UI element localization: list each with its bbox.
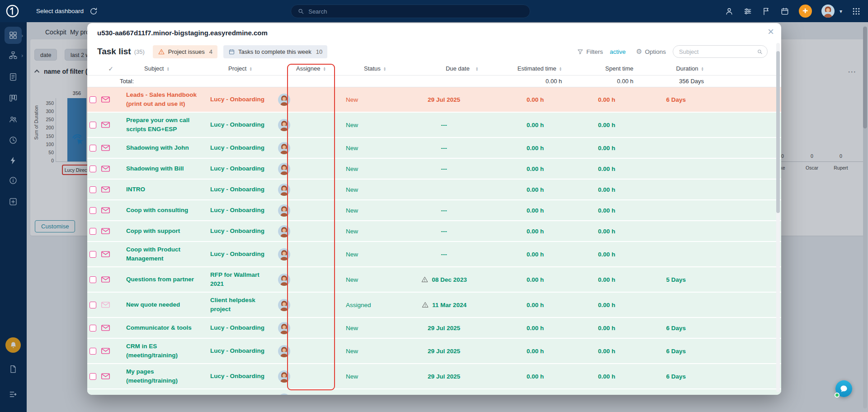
search-icon[interactable]: [757, 48, 763, 55]
assignee-avatar[interactable]: [278, 163, 290, 175]
task-row[interactable]: Coop with Product Management Lucy - Onbo…: [87, 242, 781, 267]
task-subject-link[interactable]: INTRO: [126, 185, 145, 194]
task-project-link[interactable]: Lucy - Onboarding: [210, 185, 264, 194]
sort-icons[interactable]: ▲▼: [476, 66, 478, 71]
options-button[interactable]: ⚙ Options: [636, 47, 666, 56]
assignee-avatar[interactable]: [278, 370, 290, 383]
row-checkbox[interactable]: [90, 373, 96, 380]
task-row[interactable]: Questions from partner RFP for Wallmart …: [87, 267, 781, 293]
row-checkbox[interactable]: [90, 145, 96, 152]
task-project-link[interactable]: Lucy - Onboarding: [210, 206, 264, 215]
task-subject-link[interactable]: Leads - Sales Handbook (print out and us…: [126, 90, 207, 109]
mail-icon[interactable]: [101, 186, 110, 193]
sort-icons[interactable]: ▲▼: [166, 66, 169, 71]
task-project-link[interactable]: Lucy - Onboarding: [210, 323, 264, 332]
task-subject-link[interactable]: Coop with Product Management: [126, 245, 207, 263]
assignee-avatar[interactable]: [278, 94, 290, 106]
mail-icon[interactable]: [101, 302, 110, 308]
task-subject-link[interactable]: CRM in ES (meeting/training): [126, 342, 207, 360]
row-checkbox[interactable]: [90, 166, 96, 172]
assignee-avatar[interactable]: [278, 345, 290, 357]
task-row[interactable]: INTRO Lucy - Onboarding New 0.00 h 0.00 …: [87, 180, 781, 200]
row-checkbox[interactable]: [90, 228, 96, 235]
sliders-icon[interactable]: [743, 7, 752, 16]
mail-icon[interactable]: [101, 228, 110, 234]
task-project-link[interactable]: Lucy - Onboarding: [210, 164, 264, 173]
row-checkbox[interactable]: [90, 251, 96, 258]
task-row[interactable]: Coop with consulting Lucy - Onboarding N…: [87, 200, 781, 221]
task-subject-link[interactable]: My pages (meeting/training): [126, 367, 207, 385]
mail-icon[interactable]: [101, 373, 110, 379]
assignee-avatar[interactable]: [278, 274, 290, 286]
filter-badge-project-issues[interactable]: Project issues 4: [153, 45, 217, 58]
assignee-avatar[interactable]: [278, 204, 290, 217]
task-subject-link[interactable]: Prepare your own call scripts ENG+ESP: [126, 116, 207, 134]
global-search-input[interactable]: [308, 8, 524, 15]
modal-scrollbar-thumb[interactable]: [776, 51, 780, 213]
sort-icons[interactable]: ▲▼: [323, 66, 326, 71]
assignee-avatar[interactable]: [278, 393, 290, 395]
chevron-down-icon[interactable]: ▾: [840, 8, 842, 14]
mail-icon[interactable]: [101, 251, 110, 257]
assignee-avatar[interactable]: [278, 119, 290, 131]
assignee-avatar[interactable]: [278, 184, 290, 196]
sort-icons[interactable]: ▲▼: [559, 66, 562, 71]
mail-icon[interactable]: [101, 166, 110, 172]
task-subject-link[interactable]: Coop with consulting: [126, 206, 188, 215]
app-logo-icon[interactable]: [5, 4, 19, 18]
select-all-icon[interactable]: ✓: [108, 65, 113, 72]
user-admin-icon[interactable]: [725, 7, 734, 16]
assignee-avatar[interactable]: [278, 142, 290, 154]
task-row[interactable]: CRM in ES (meeting/training) Lucy - Onbo…: [87, 339, 781, 364]
mail-icon[interactable]: [101, 122, 110, 128]
column-header-duration[interactable]: Duration▲▼: [659, 65, 740, 72]
row-checkbox[interactable]: [90, 325, 96, 331]
task-subject-link[interactable]: New quote needed: [126, 300, 180, 309]
mail-icon[interactable]: [101, 207, 110, 213]
filters-button[interactable]: Filters: [577, 48, 603, 55]
grid-menu-icon[interactable]: [852, 7, 861, 16]
filter-badge-week-tasks[interactable]: Tasks to complete this week 10: [223, 45, 327, 58]
assignee-avatar[interactable]: [278, 248, 290, 260]
chat-widget-button[interactable]: [835, 380, 852, 397]
dashboard-selector[interactable]: Select dashboard: [36, 0, 98, 22]
task-subject-link[interactable]: Questions from partner: [126, 275, 194, 284]
task-subject-link[interactable]: Shadowing with Bill: [126, 164, 184, 173]
task-project-link[interactable]: Lucy - Onboarding: [210, 346, 264, 355]
task-subject-link[interactable]: Shadowing with John: [126, 143, 189, 152]
quick-add-button[interactable]: +: [799, 5, 812, 18]
column-header-project[interactable]: Project▲▼: [225, 65, 292, 72]
global-search[interactable]: [291, 5, 530, 18]
row-checkbox[interactable]: [90, 186, 96, 193]
task-project-link[interactable]: Client helpdesk project: [210, 296, 274, 314]
sort-icons[interactable]: ▲▼: [701, 66, 704, 71]
user-avatar[interactable]: [821, 5, 835, 18]
task-project-link[interactable]: Lucy - Onboarding: [210, 95, 264, 104]
task-row[interactable]: CRM process Lucy - Onboarding New: [87, 389, 781, 395]
row-checkbox[interactable]: [90, 96, 96, 103]
sort-icons[interactable]: ▲▼: [383, 66, 386, 71]
assignee-avatar[interactable]: [278, 225, 290, 237]
row-checkbox[interactable]: [90, 302, 96, 308]
task-project-link[interactable]: Lucy - Onboarding: [210, 250, 264, 259]
close-icon[interactable]: ×: [768, 25, 774, 38]
task-row[interactable]: Leads - Sales Handbook (print out and us…: [87, 87, 781, 113]
task-row[interactable]: Communicator & tools Lucy - Onboarding N…: [87, 318, 781, 339]
column-header-subject[interactable]: Subject▲▼: [131, 65, 225, 72]
assignee-avatar[interactable]: [278, 322, 290, 334]
task-project-link[interactable]: Lucy - Onboarding: [210, 372, 264, 381]
subject-search-input[interactable]: [679, 48, 754, 55]
flag-icon[interactable]: [762, 7, 771, 16]
row-checkbox[interactable]: [90, 122, 96, 128]
calendar-icon[interactable]: [780, 7, 789, 16]
column-header-assignee[interactable]: Assignee▲▼: [292, 65, 360, 72]
column-header-due-date[interactable]: Due date▲▼: [428, 65, 496, 72]
filters-active-link[interactable]: active: [610, 48, 626, 55]
task-project-link[interactable]: Lucy - Onboarding: [210, 120, 264, 129]
column-header-spent-time[interactable]: Spent time: [582, 65, 659, 72]
column-header-status[interactable]: Status▲▼: [360, 65, 428, 72]
column-header-estimated-time[interactable]: Estimated time▲▼: [496, 65, 582, 72]
task-project-link[interactable]: Lucy - Onboarding: [210, 227, 264, 236]
mail-icon[interactable]: [101, 276, 110, 283]
mail-icon[interactable]: [101, 96, 110, 103]
